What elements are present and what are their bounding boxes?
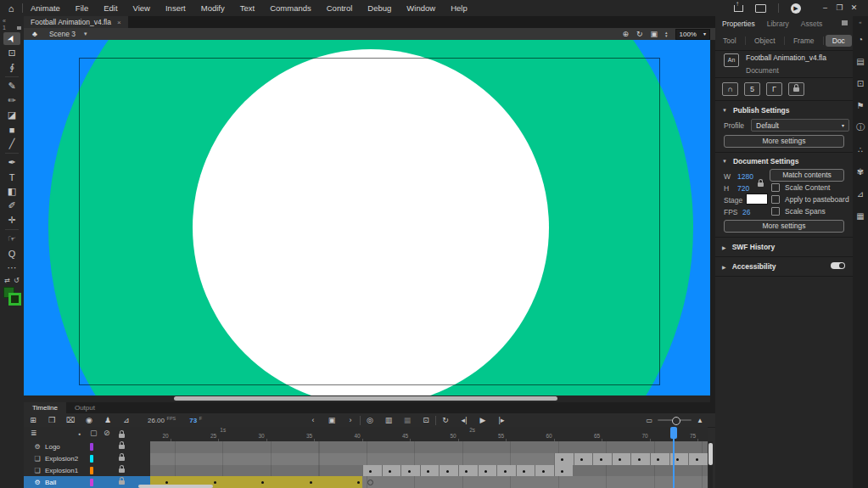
home-icon[interactable]: ⌂	[0, 3, 22, 14]
playhead[interactable]	[673, 427, 675, 488]
rotate-stage-icon[interactable]: ↻	[636, 30, 643, 38]
panel-tab-library[interactable]: Library	[767, 20, 789, 28]
hand-tool[interactable]: ☞	[3, 233, 20, 245]
show-hide-all-icon[interactable]: ●	[78, 431, 81, 436]
scene-breadcrumb[interactable]: Scene 3	[49, 30, 76, 38]
swf-history-header[interactable]: ▶SWF History	[722, 243, 775, 251]
scene-chevron-icon[interactable]: ▾	[84, 31, 87, 37]
keyframe-dot[interactable]	[600, 458, 602, 461]
canvas-scrollbar-thumb[interactable]	[174, 396, 557, 401]
more-tools[interactable]: ⋯	[3, 261, 20, 274]
playhead-handle[interactable]	[670, 427, 677, 439]
close-button[interactable]: ✕	[847, 0, 861, 16]
snap-to-objects-button[interactable]: 5	[744, 82, 760, 96]
current-frame-display[interactable]: 73	[189, 417, 197, 424]
new-layer-button[interactable]: ⊞	[24, 416, 42, 424]
keyframe-dot[interactable]	[580, 458, 583, 461]
device-preview-icon[interactable]	[755, 4, 766, 13]
menu-edit[interactable]: Edit	[96, 0, 125, 16]
keyframe-dot[interactable]	[484, 470, 487, 473]
publish-settings-header[interactable]: ▼Publish Settings	[722, 106, 790, 115]
layers-stack-icon[interactable]: ≣	[31, 429, 37, 437]
timeline-vscroll-thumb[interactable]	[708, 443, 713, 465]
edit-multiple-frames-button[interactable]: ▦	[398, 416, 417, 424]
layer-color-chip[interactable]	[90, 443, 93, 451]
fluid-brush-tool[interactable]: ✎	[3, 80, 20, 93]
layer-color-chip[interactable]	[90, 479, 93, 486]
publish-more-settings-button[interactable]: More settings	[724, 135, 844, 148]
layer-lock-icon[interactable]	[119, 479, 125, 486]
delete-layer-button[interactable]: ⌧	[61, 416, 80, 424]
menu-insert[interactable]: Insert	[158, 0, 193, 16]
output-panel-icon[interactable]: ▤	[854, 52, 867, 70]
keyframe-dot[interactable]	[504, 470, 507, 473]
zoom-stepper[interactable]: ▴▾	[665, 31, 668, 37]
center-frame-button[interactable]: ▣	[322, 416, 341, 424]
layer-frames-ball[interactable]	[150, 476, 708, 488]
next-keyframe-button[interactable]: ›	[341, 416, 360, 424]
rectangle-tool[interactable]: ■	[3, 123, 20, 136]
clip-content-icon[interactable]: ▣	[650, 30, 658, 38]
center-stage-icon[interactable]: ⊕	[622, 30, 629, 38]
asset-warp-panel-icon[interactable]: ✾	[854, 162, 867, 181]
motion-presets-panel-icon[interactable]: ∴	[854, 140, 867, 159]
menu-control[interactable]: Control	[319, 0, 361, 16]
layer-frames-explosion1[interactable]	[150, 465, 708, 478]
timeline-tab-output[interactable]: Output	[66, 402, 104, 413]
asset-warp-tool[interactable]: ✛	[3, 214, 20, 227]
fill-color-swatch[interactable]	[8, 293, 21, 306]
keyframe-dot[interactable]	[619, 458, 621, 461]
keyframe-dot[interactable]	[696, 458, 698, 461]
transform-panel-icon[interactable]: ⊡	[854, 74, 867, 93]
eyedropper-tool[interactable]: ✐	[3, 199, 20, 212]
dock-grid-icon[interactable]	[17, 26, 21, 30]
pen-tool[interactable]: ✒	[3, 156, 20, 169]
loop-range-button[interactable]: ⊡	[417, 416, 435, 424]
timeline-zoom-in-icon[interactable]: ▲	[697, 417, 703, 424]
add-camera-button[interactable]: ◉	[80, 416, 98, 424]
lasso-tool[interactable]: ∮	[3, 61, 20, 74]
snap-magnet-button[interactable]: ∩	[722, 82, 738, 96]
prev-keyframe-button[interactable]: ‹	[304, 416, 322, 424]
edit-scene-icon[interactable]: ♣	[32, 30, 37, 38]
scenes-panel-icon[interactable]: ▦	[854, 206, 867, 225]
keyframe-dot[interactable]	[523, 470, 525, 473]
layer-lock-icon[interactable]	[119, 467, 125, 474]
menu-file[interactable]: File	[68, 0, 96, 16]
scale-content-checkbox[interactable]	[771, 183, 780, 192]
share-icon[interactable]	[734, 5, 743, 12]
keyframe-dot[interactable]	[310, 481, 312, 484]
step-back-button[interactable]: ◂|	[455, 416, 473, 424]
match-contents-button[interactable]: Match contents	[770, 169, 844, 182]
keyframe-dot[interactable]	[214, 481, 216, 484]
step-forward-button[interactable]: |▸	[492, 416, 511, 424]
keyframe-dot[interactable]	[542, 470, 545, 473]
layer-row-explosion1[interactable]: ❏Explosion1	[24, 465, 150, 478]
keyframe-dot[interactable]	[446, 470, 449, 473]
timeline-zoom-slider[interactable]	[658, 419, 692, 421]
panel-menu-icon[interactable]	[842, 20, 848, 25]
lock-all-icon[interactable]	[119, 431, 125, 440]
layer-row-logo[interactable]: ⚙Logo	[24, 441, 150, 454]
menu-view[interactable]: View	[126, 0, 158, 16]
layer-lock-icon[interactable]	[119, 443, 125, 451]
keyframe-dot[interactable]	[427, 470, 429, 473]
menu-debug[interactable]: Debug	[360, 0, 399, 16]
eraser-tool[interactable]: ◪	[3, 109, 20, 121]
swap-colors-icon[interactable]: ⇄	[4, 277, 10, 284]
apply-pasteboard-checkbox[interactable]	[771, 195, 780, 204]
onion-skin-outline-button[interactable]: ▥	[379, 416, 398, 424]
new-folder-button[interactable]: ❒	[42, 416, 61, 424]
menu-modify[interactable]: Modify	[193, 0, 232, 16]
timeline-tab-timeline[interactable]: Timeline	[24, 402, 66, 413]
profile-select[interactable]: Default▾	[751, 119, 849, 132]
reset-colors-icon[interactable]: ↺	[14, 277, 20, 284]
keyframe-dot[interactable]	[561, 470, 563, 473]
zoom-level-select[interactable]: 100% ▾	[675, 29, 710, 40]
canvas-horizontal-scrollbar[interactable]	[24, 395, 710, 402]
selection-tool[interactable]: ➤	[3, 32, 20, 45]
mode-tab-object[interactable]: Object	[748, 35, 782, 47]
keyframe-dot[interactable]	[369, 470, 372, 473]
rotate-view-panel-icon[interactable]: ◔	[854, 30, 867, 48]
document-tab[interactable]: Football Animation_v4.fla ×	[24, 16, 128, 28]
